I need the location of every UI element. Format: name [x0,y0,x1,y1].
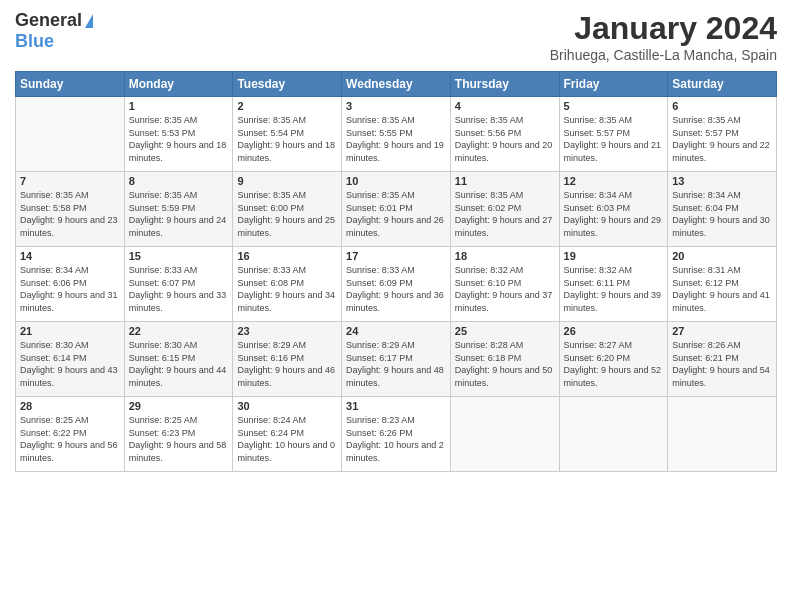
day-info: Sunrise: 8:32 AMSunset: 6:10 PMDaylight:… [455,264,555,314]
day-number: 8 [129,175,229,187]
calendar-cell [559,397,668,472]
day-info: Sunrise: 8:34 AMSunset: 6:04 PMDaylight:… [672,189,772,239]
calendar-cell: 12Sunrise: 8:34 AMSunset: 6:03 PMDayligh… [559,172,668,247]
calendar-week-row-2: 7Sunrise: 8:35 AMSunset: 5:58 PMDaylight… [16,172,777,247]
calendar-cell: 19Sunrise: 8:32 AMSunset: 6:11 PMDayligh… [559,247,668,322]
calendar-cell: 10Sunrise: 8:35 AMSunset: 6:01 PMDayligh… [342,172,451,247]
calendar-cell: 3Sunrise: 8:35 AMSunset: 5:55 PMDaylight… [342,97,451,172]
day-number: 12 [564,175,664,187]
calendar-cell: 1Sunrise: 8:35 AMSunset: 5:53 PMDaylight… [124,97,233,172]
day-number: 29 [129,400,229,412]
logo-blue-text: Blue [15,31,54,52]
weekday-header-friday: Friday [559,72,668,97]
day-info: Sunrise: 8:25 AMSunset: 6:23 PMDaylight:… [129,414,229,464]
day-info: Sunrise: 8:35 AMSunset: 5:57 PMDaylight:… [672,114,772,164]
day-info: Sunrise: 8:27 AMSunset: 6:20 PMDaylight:… [564,339,664,389]
weekday-header-thursday: Thursday [450,72,559,97]
calendar-cell: 13Sunrise: 8:34 AMSunset: 6:04 PMDayligh… [668,172,777,247]
calendar-cell: 2Sunrise: 8:35 AMSunset: 5:54 PMDaylight… [233,97,342,172]
day-info: Sunrise: 8:35 AMSunset: 6:02 PMDaylight:… [455,189,555,239]
day-number: 10 [346,175,446,187]
calendar-cell: 24Sunrise: 8:29 AMSunset: 6:17 PMDayligh… [342,322,451,397]
day-info: Sunrise: 8:30 AMSunset: 6:14 PMDaylight:… [20,339,120,389]
day-info: Sunrise: 8:35 AMSunset: 5:53 PMDaylight:… [129,114,229,164]
day-number: 28 [20,400,120,412]
day-info: Sunrise: 8:29 AMSunset: 6:16 PMDaylight:… [237,339,337,389]
calendar-week-row-5: 28Sunrise: 8:25 AMSunset: 6:22 PMDayligh… [16,397,777,472]
day-number: 13 [672,175,772,187]
calendar-cell: 21Sunrise: 8:30 AMSunset: 6:14 PMDayligh… [16,322,125,397]
day-number: 25 [455,325,555,337]
calendar-cell: 9Sunrise: 8:35 AMSunset: 6:00 PMDaylight… [233,172,342,247]
day-info: Sunrise: 8:34 AMSunset: 6:03 PMDaylight:… [564,189,664,239]
calendar-cell: 30Sunrise: 8:24 AMSunset: 6:24 PMDayligh… [233,397,342,472]
calendar-cell: 18Sunrise: 8:32 AMSunset: 6:10 PMDayligh… [450,247,559,322]
calendar-cell: 17Sunrise: 8:33 AMSunset: 6:09 PMDayligh… [342,247,451,322]
weekday-header-tuesday: Tuesday [233,72,342,97]
weekday-header-saturday: Saturday [668,72,777,97]
day-number: 2 [237,100,337,112]
day-number: 21 [20,325,120,337]
calendar-cell: 28Sunrise: 8:25 AMSunset: 6:22 PMDayligh… [16,397,125,472]
day-number: 20 [672,250,772,262]
day-number: 18 [455,250,555,262]
logo: General Blue [15,10,93,52]
calendar-week-row-4: 21Sunrise: 8:30 AMSunset: 6:14 PMDayligh… [16,322,777,397]
day-info: Sunrise: 8:35 AMSunset: 5:59 PMDaylight:… [129,189,229,239]
day-info: Sunrise: 8:32 AMSunset: 6:11 PMDaylight:… [564,264,664,314]
day-info: Sunrise: 8:26 AMSunset: 6:21 PMDaylight:… [672,339,772,389]
day-number: 9 [237,175,337,187]
header: General Blue January 2024 Brihuega, Cast… [15,10,777,63]
day-info: Sunrise: 8:29 AMSunset: 6:17 PMDaylight:… [346,339,446,389]
day-info: Sunrise: 8:28 AMSunset: 6:18 PMDaylight:… [455,339,555,389]
title-section: January 2024 Brihuega, Castille-La Manch… [550,10,777,63]
calendar-cell [450,397,559,472]
day-info: Sunrise: 8:35 AMSunset: 5:58 PMDaylight:… [20,189,120,239]
day-number: 5 [564,100,664,112]
day-number: 14 [20,250,120,262]
day-info: Sunrise: 8:35 AMSunset: 5:56 PMDaylight:… [455,114,555,164]
day-number: 3 [346,100,446,112]
day-number: 15 [129,250,229,262]
calendar-week-row-1: 1Sunrise: 8:35 AMSunset: 5:53 PMDaylight… [16,97,777,172]
day-number: 24 [346,325,446,337]
day-number: 1 [129,100,229,112]
day-info: Sunrise: 8:35 AMSunset: 6:00 PMDaylight:… [237,189,337,239]
calendar-cell: 5Sunrise: 8:35 AMSunset: 5:57 PMDaylight… [559,97,668,172]
page: General Blue January 2024 Brihuega, Cast… [0,0,792,482]
day-number: 6 [672,100,772,112]
logo-triangle-icon [85,14,93,28]
day-info: Sunrise: 8:23 AMSunset: 6:26 PMDaylight:… [346,414,446,464]
calendar-cell: 15Sunrise: 8:33 AMSunset: 6:07 PMDayligh… [124,247,233,322]
day-number: 11 [455,175,555,187]
calendar-cell: 16Sunrise: 8:33 AMSunset: 6:08 PMDayligh… [233,247,342,322]
day-info: Sunrise: 8:34 AMSunset: 6:06 PMDaylight:… [20,264,120,314]
calendar-cell: 20Sunrise: 8:31 AMSunset: 6:12 PMDayligh… [668,247,777,322]
calendar-cell: 4Sunrise: 8:35 AMSunset: 5:56 PMDaylight… [450,97,559,172]
weekday-header-sunday: Sunday [16,72,125,97]
calendar-cell: 11Sunrise: 8:35 AMSunset: 6:02 PMDayligh… [450,172,559,247]
calendar-cell: 23Sunrise: 8:29 AMSunset: 6:16 PMDayligh… [233,322,342,397]
calendar-week-row-3: 14Sunrise: 8:34 AMSunset: 6:06 PMDayligh… [16,247,777,322]
calendar-cell: 27Sunrise: 8:26 AMSunset: 6:21 PMDayligh… [668,322,777,397]
weekday-header-row: SundayMondayTuesdayWednesdayThursdayFrid… [16,72,777,97]
day-number: 19 [564,250,664,262]
calendar-cell: 14Sunrise: 8:34 AMSunset: 6:06 PMDayligh… [16,247,125,322]
calendar-cell [668,397,777,472]
day-number: 7 [20,175,120,187]
day-info: Sunrise: 8:33 AMSunset: 6:09 PMDaylight:… [346,264,446,314]
day-info: Sunrise: 8:25 AMSunset: 6:22 PMDaylight:… [20,414,120,464]
calendar-cell: 25Sunrise: 8:28 AMSunset: 6:18 PMDayligh… [450,322,559,397]
day-info: Sunrise: 8:33 AMSunset: 6:07 PMDaylight:… [129,264,229,314]
day-number: 23 [237,325,337,337]
calendar-cell: 26Sunrise: 8:27 AMSunset: 6:20 PMDayligh… [559,322,668,397]
day-info: Sunrise: 8:35 AMSunset: 5:57 PMDaylight:… [564,114,664,164]
weekday-header-monday: Monday [124,72,233,97]
calendar-cell: 7Sunrise: 8:35 AMSunset: 5:58 PMDaylight… [16,172,125,247]
weekday-header-wednesday: Wednesday [342,72,451,97]
calendar-table: SundayMondayTuesdayWednesdayThursdayFrid… [15,71,777,472]
day-info: Sunrise: 8:24 AMSunset: 6:24 PMDaylight:… [237,414,337,464]
day-info: Sunrise: 8:35 AMSunset: 6:01 PMDaylight:… [346,189,446,239]
calendar-cell: 6Sunrise: 8:35 AMSunset: 5:57 PMDaylight… [668,97,777,172]
calendar-cell: 8Sunrise: 8:35 AMSunset: 5:59 PMDaylight… [124,172,233,247]
